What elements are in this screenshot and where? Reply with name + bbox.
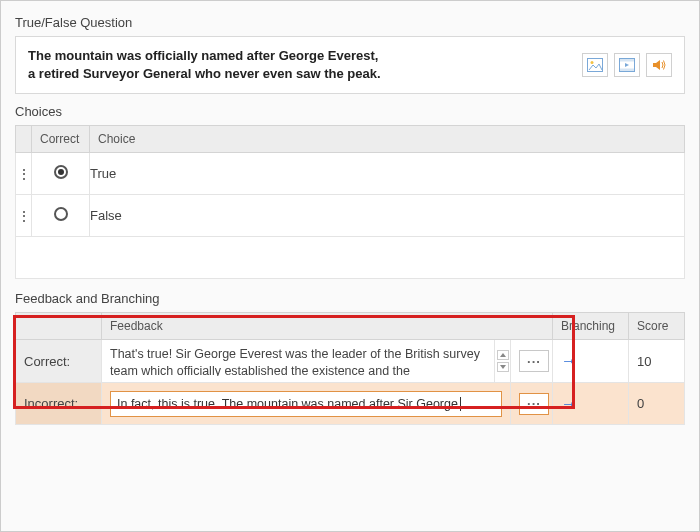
fb-text-correct[interactable]: That's true! Sir George Everest was the … [102,340,495,383]
arrow-right-icon: → [561,395,577,412]
choices-header-correct: Correct [32,126,90,153]
question-box: The mountain was officially named after … [15,36,685,94]
section-title-feedback: Feedback and Branching [15,291,685,306]
add-image-button[interactable] [582,53,608,77]
fb-header-score: Score [629,313,685,340]
fb-input-incorrect[interactable]: In fact, this is true. The mountain was … [102,383,511,425]
add-audio-button[interactable] [646,53,672,77]
video-icon [619,58,635,72]
spin-up-button[interactable] [497,350,509,360]
svg-rect-4 [620,69,635,72]
fb-header-branching: Branching [553,313,629,340]
feedback-row-incorrect: Incorrect: In fact, this is true. The mo… [16,383,685,425]
drag-handle[interactable]: ⋮ [16,195,32,237]
add-video-button[interactable] [614,53,640,77]
section-title-question: True/False Question [15,15,685,30]
choices-header-choice: Choice [90,126,685,153]
audio-icon [651,58,667,72]
svg-rect-3 [620,59,635,62]
fb-header-feedback: Feedback [102,313,553,340]
score-cell-incorrect[interactable]: 0 [629,383,685,425]
correct-radio-false[interactable] [54,207,68,221]
choices-table: Correct Choice ⋮ True ⋮ False [15,125,685,279]
text-caret [460,397,461,411]
fb-options-button-correct[interactable]: ··· [519,350,549,372]
fb-label-incorrect: Incorrect: [16,383,102,425]
choice-row-true: ⋮ True [16,153,685,195]
arrow-right-icon: → [561,352,577,369]
score-cell-correct[interactable]: 10 [629,340,685,383]
spin-down-button[interactable] [497,362,509,372]
fb-label-correct: Correct: [16,340,102,383]
branching-cell-incorrect[interactable]: → [553,383,629,425]
svg-marker-5 [625,63,629,67]
choices-header-handle [16,126,32,153]
feedback-row-correct: Correct: That's true! Sir George Everest… [16,340,685,383]
fb-options-button-incorrect[interactable]: ··· [519,393,549,415]
question-text[interactable]: The mountain was officially named after … [28,47,381,83]
section-title-choices: Choices [15,104,685,119]
media-buttons [582,53,672,77]
svg-marker-8 [500,365,506,369]
image-icon [587,58,603,72]
fb-spinner-correct [496,350,510,372]
svg-marker-6 [653,60,660,70]
svg-point-1 [591,61,594,64]
fb-header-blank [16,313,102,340]
correct-radio-true[interactable] [54,165,68,179]
choice-row-false: ⋮ False [16,195,685,237]
svg-marker-7 [500,353,506,357]
choice-label-true[interactable]: True [90,153,685,195]
choices-empty-area [16,237,685,279]
choice-label-false[interactable]: False [90,195,685,237]
branching-cell-correct[interactable]: → [553,340,629,383]
feedback-table: Feedback Branching Score Correct: That's… [15,312,685,425]
drag-handle[interactable]: ⋮ [16,153,32,195]
